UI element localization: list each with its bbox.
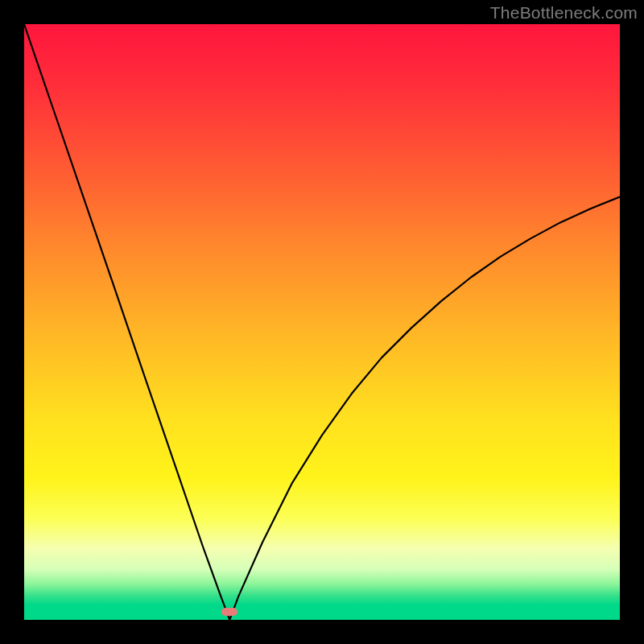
plot-area bbox=[24, 24, 620, 620]
optimal-marker bbox=[221, 608, 237, 616]
watermark-text: TheBottleneck.com bbox=[490, 3, 638, 23]
chart-frame: TheBottleneck.com bbox=[0, 0, 644, 644]
bottleneck-curve bbox=[24, 24, 620, 620]
